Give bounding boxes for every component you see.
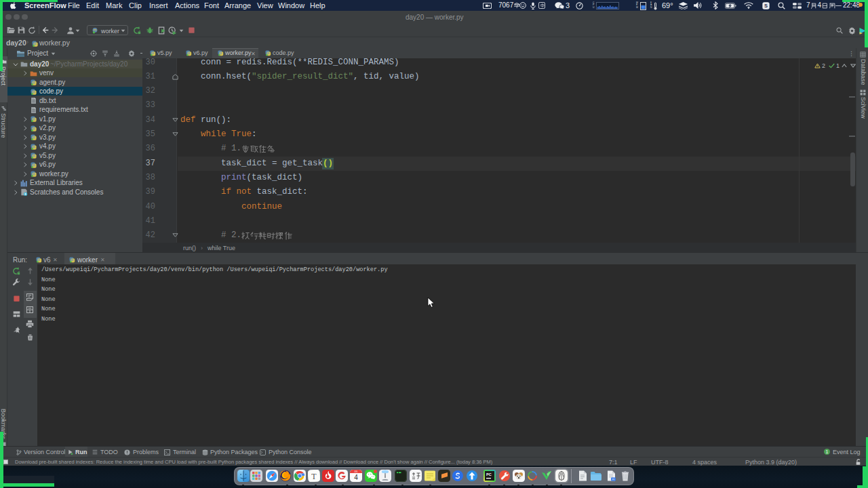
svg-text:JUL: JUL — [354, 470, 358, 473]
svg-text:4: 4 — [354, 474, 358, 481]
svg-text:PC: PC — [486, 472, 492, 476]
svg-text:S: S — [764, 3, 768, 9]
svg-text:T: T — [311, 472, 317, 481]
